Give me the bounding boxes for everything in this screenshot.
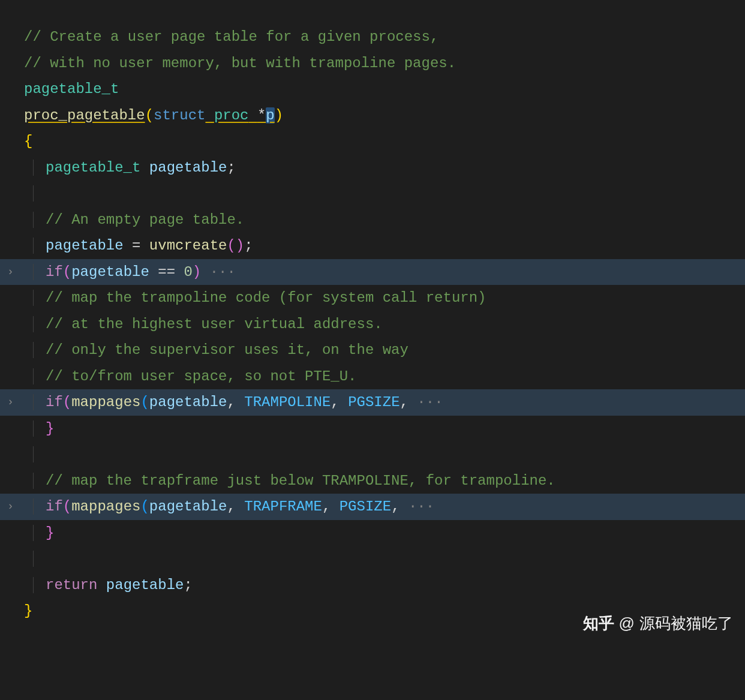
arg-var: pagetable <box>149 498 227 515</box>
code-line[interactable]: // at the highest user virtual address. <box>0 311 745 338</box>
keyword-if: if <box>46 394 63 410</box>
code-line-folded[interactable]: ›if(mappages(pagetable, TRAMPOLINE, PGSI… <box>0 389 745 416</box>
comment-text: // only the supervisor uses it, on the w… <box>46 342 408 358</box>
comment-text: // with no user memory, but with trampol… <box>24 55 456 71</box>
zhihu-logo-icon: 知乎 <box>583 613 614 634</box>
fold-ellipsis-icon[interactable]: ··· <box>417 394 443 410</box>
paren-close: ) <box>275 107 283 124</box>
code-line[interactable]: { <box>0 128 745 155</box>
paren-open: ( <box>140 394 149 410</box>
parens: () <box>227 238 244 254</box>
code-line-folded[interactable]: ›if(mappages(pagetable, TRAPFRAME, PGSIZ… <box>0 494 745 520</box>
keyword-return: return <box>46 577 97 593</box>
comma: , <box>331 394 339 410</box>
comment-text: // to/from user space, so not PTE_U. <box>46 368 356 384</box>
chevron-right-icon[interactable]: › <box>7 259 14 286</box>
paren-open: ( <box>140 498 149 515</box>
type-name: pagetable_t <box>46 160 140 176</box>
comma: , <box>227 498 235 515</box>
code-line[interactable]: } <box>0 416 745 442</box>
var-name: pagetable <box>71 264 149 280</box>
param-p: p <box>266 107 274 124</box>
brace-open: { <box>24 133 32 149</box>
code-line[interactable]: // to/from user space, so not PTE_U. <box>0 363 745 390</box>
code-line[interactable]: // with no user memory, but with trampol… <box>0 50 745 77</box>
keyword-struct: struct <box>154 107 205 124</box>
constant-name: PGSIZE <box>348 394 399 410</box>
paren-open: ( <box>63 264 71 280</box>
watermark-at: @ <box>619 614 635 633</box>
type-proc: proc <box>214 107 249 124</box>
comment-text: // An empty page table. <box>46 212 244 228</box>
equals-op: = <box>124 238 149 254</box>
chevron-right-icon[interactable]: › <box>7 389 14 416</box>
brace-close: } <box>46 525 54 541</box>
var-name: pagetable <box>149 160 227 176</box>
comment-text: // at the highest user virtual address. <box>46 316 383 332</box>
comment-text: // map the trampoline code (for system c… <box>46 290 486 306</box>
code-line-folded[interactable]: ›if(pagetable == 0) ··· <box>0 259 745 286</box>
comma: , <box>391 498 399 515</box>
code-line[interactable]: } <box>0 520 745 546</box>
fold-ellipsis-icon[interactable]: ··· <box>408 498 434 515</box>
paren-open: ( <box>63 394 71 410</box>
function-call: mappages <box>71 394 140 410</box>
code-line[interactable]: // Create a user page table for a given … <box>0 24 745 50</box>
code-editor[interactable]: // Create a user page table for a given … <box>0 0 745 624</box>
var-name: pagetable <box>46 238 124 254</box>
code-line[interactable]: proc_pagetable(struct proc *p) <box>0 103 745 129</box>
chevron-right-icon[interactable]: › <box>7 494 14 520</box>
constant-name: TRAPFRAME <box>244 498 322 515</box>
semicolon: ; <box>244 238 253 254</box>
comment-text: // map the trapframe just below TRAMPOLI… <box>46 473 555 489</box>
brace-close: } <box>24 603 32 619</box>
semicolon: ; <box>184 577 192 593</box>
code-line[interactable] <box>0 546 745 572</box>
code-line[interactable]: return pagetable; <box>0 572 745 599</box>
paren-open: ( <box>63 498 71 515</box>
pointer-star: * <box>257 107 266 124</box>
keyword-if: if <box>46 264 63 280</box>
var-name: pagetable <box>106 577 184 593</box>
comma: , <box>227 394 235 410</box>
code-line[interactable]: // An empty page table. <box>0 207 745 233</box>
fold-ellipsis-icon[interactable]: ··· <box>210 264 236 280</box>
code-line[interactable]: // map the trampoline code (for system c… <box>0 285 745 311</box>
arg-var: pagetable <box>149 394 227 410</box>
code-line[interactable]: // only the supervisor uses it, on the w… <box>0 337 745 363</box>
function-name: proc_pagetable <box>24 107 145 124</box>
function-call: mappages <box>71 498 140 515</box>
operator-eq: == <box>149 264 184 280</box>
watermark: 知乎 @源码被猫吃了 <box>583 613 733 634</box>
number-literal: 0 <box>184 264 192 280</box>
type-name: pagetable_t <box>24 81 119 97</box>
code-line[interactable]: pagetable_t pagetable; <box>0 155 745 181</box>
constant-name: PGSIZE <box>340 498 391 515</box>
comment-text: // Create a user page table for a given … <box>24 29 438 45</box>
constant-name: TRAMPOLINE <box>244 394 331 410</box>
code-line[interactable]: // map the trapframe just below TRAMPOLI… <box>0 468 745 494</box>
semicolon: ; <box>227 160 235 176</box>
code-line[interactable] <box>0 181 745 207</box>
keyword-if: if <box>46 498 63 515</box>
watermark-author: 源码被猫吃了 <box>639 613 733 634</box>
paren-close: ) <box>193 264 201 280</box>
brace-close: } <box>46 420 54 437</box>
function-call: uvmcreate <box>149 238 227 254</box>
paren-open: ( <box>145 107 154 124</box>
code-line[interactable] <box>0 441 745 468</box>
code-line[interactable]: pagetable = uvmcreate(); <box>0 233 745 259</box>
comma: , <box>400 394 408 410</box>
comma: , <box>322 498 331 515</box>
code-line[interactable]: pagetable_t <box>0 76 745 103</box>
